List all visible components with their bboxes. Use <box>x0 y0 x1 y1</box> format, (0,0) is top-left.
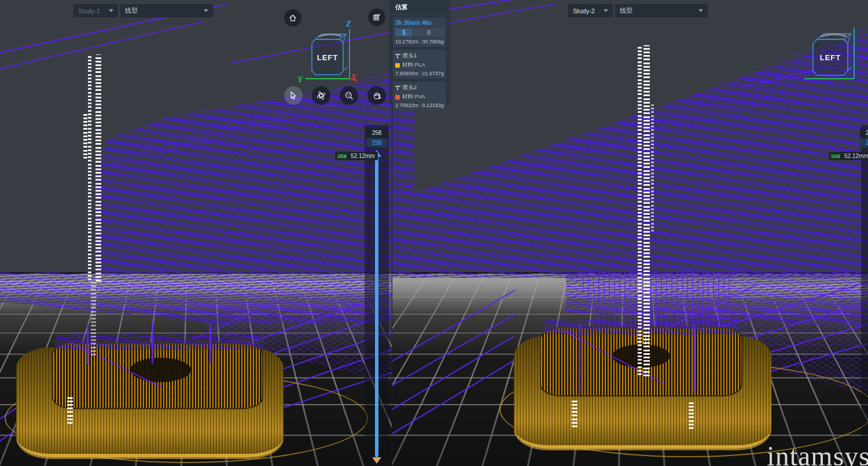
nozzle-icon <box>395 86 400 90</box>
nozzle-icon <box>395 54 400 58</box>
print-time: 3h 35min 46s <box>395 20 444 26</box>
prime-tower <box>88 54 91 280</box>
study-dropdown-value: Study-2 <box>573 8 600 14</box>
cost-value: 0 <box>414 28 444 36</box>
layer-slider-track[interactable] <box>375 157 378 457</box>
layer-number-badge: 258 <box>335 152 349 160</box>
purge-remnant <box>67 397 73 424</box>
viewport-right[interactable]: Study-2 线型 LEFT 258 258 258 52.12mm inta… <box>392 0 868 466</box>
home-icon <box>288 13 297 23</box>
travel-lines-dense <box>392 29 868 278</box>
estimate-panel: 估算 3h 35min 46s $ 0 10.2782m 30.7956g 喷头… <box>391 0 448 103</box>
layer-current-box[interactable]: 258 <box>860 138 868 147</box>
orbit-icon <box>316 90 326 101</box>
estimate-summary-card: 3h 35min 46s $ 0 10.2782m 30.7956g <box>393 17 446 47</box>
orbit-tool-button[interactable] <box>312 86 330 105</box>
purge-remnant <box>689 402 694 429</box>
study-dropdown-value: Study-1 <box>78 8 105 14</box>
nozzle1-material: 材料:PLA <box>402 61 425 69</box>
hand-plus-icon <box>372 91 382 101</box>
prime-tower-bulge <box>83 113 87 159</box>
chevron-down-icon <box>698 9 703 12</box>
axis-x-label: X <box>350 72 357 82</box>
support-line <box>693 324 695 392</box>
layout-switch-button[interactable] <box>368 9 385 26</box>
layer-current-box[interactable]: 258 <box>366 138 387 147</box>
study-dropdown[interactable]: Study-2 <box>568 4 613 17</box>
layer-max-box[interactable]: 258 <box>366 129 387 137</box>
layer-number-badge: 258 <box>829 152 843 160</box>
raft-cavity <box>130 358 191 382</box>
view-cube[interactable]: LEFT <box>797 23 868 87</box>
viewport-left[interactable]: Study-1 线型 LEF <box>0 0 392 466</box>
nozzle2-material: 材料:PVA <box>402 93 425 101</box>
support-line <box>152 322 153 364</box>
prime-tower-lower <box>91 281 96 355</box>
layer-max-box[interactable]: 258 <box>860 129 868 137</box>
nozzle1-weight: 21.6737g <box>422 71 444 76</box>
view-cube[interactable]: LEFT Z Y X <box>288 15 367 88</box>
chevron-down-icon <box>604 9 608 12</box>
prime-tower <box>95 54 101 281</box>
prime-tower <box>638 45 642 375</box>
layer-slider-panel[interactable] <box>861 125 868 466</box>
prime-tower <box>651 104 654 232</box>
magnifier-icon <box>344 91 354 101</box>
currency-tab[interactable]: $ <box>395 28 413 36</box>
view-cube-face-label: LEFT <box>317 53 339 62</box>
cursor-arrow-icon <box>289 91 298 100</box>
grid-table-icon <box>372 13 381 22</box>
layer-height-label: 52.12mm <box>841 152 868 160</box>
support-line <box>87 324 89 365</box>
nozzle2-weight: 9.12193g <box>422 102 444 108</box>
nozzle1-length: 7.50905m <box>395 71 418 76</box>
study-dropdown[interactable]: Study-1 <box>73 4 118 17</box>
linetype-dropdown-value: 线型 <box>620 6 695 15</box>
linetype-dropdown[interactable]: 线型 <box>615 4 708 17</box>
nozzle1-card: 喷头1 材料:PLA 7.50905m 21.6737g <box>393 50 446 79</box>
nozzle2-length: 2.76822m <box>395 102 418 108</box>
nozzle2-card: 喷头2 材料:PVA 2.76822m 9.12193g <box>393 82 446 111</box>
support-line <box>579 324 580 394</box>
layer-height-label: 52.12mm <box>348 152 378 160</box>
slicer-compare-window: Study-1 线型 LEF <box>0 0 868 466</box>
purge-remnant <box>572 399 578 427</box>
home-view-button[interactable] <box>284 9 301 27</box>
material-swatch-pva <box>395 95 400 100</box>
axis-z-label: Z <box>345 19 351 28</box>
total-length: 10.2782m <box>395 39 418 45</box>
nozzle1-label: 喷头1 <box>403 52 417 60</box>
travel-lines-dense <box>87 75 392 278</box>
chevron-down-icon <box>204 9 208 12</box>
support-interface <box>55 335 263 350</box>
nozzle2-label: 喷头2 <box>403 84 417 91</box>
total-weight: 30.7956g <box>422 39 444 45</box>
estimate-panel-title: 估算 <box>391 0 448 14</box>
intamsys-watermark: intamsys <box>767 440 868 466</box>
zoom-tool-button[interactable] <box>340 86 358 105</box>
slider-bottom-handle[interactable] <box>372 457 381 464</box>
linetype-dropdown[interactable]: 线型 <box>120 4 213 17</box>
chevron-down-icon <box>109 9 113 12</box>
linetype-dropdown-value: 线型 <box>125 6 200 15</box>
scene-right <box>392 0 868 466</box>
select-tool-button[interactable] <box>284 86 303 105</box>
pan-tool-button[interactable] <box>367 86 386 105</box>
prime-tower <box>643 45 650 376</box>
material-swatch-pla <box>395 63 400 68</box>
view-cube-face-label: LEFT <box>820 53 841 62</box>
axis-y-label: Y <box>297 75 304 84</box>
